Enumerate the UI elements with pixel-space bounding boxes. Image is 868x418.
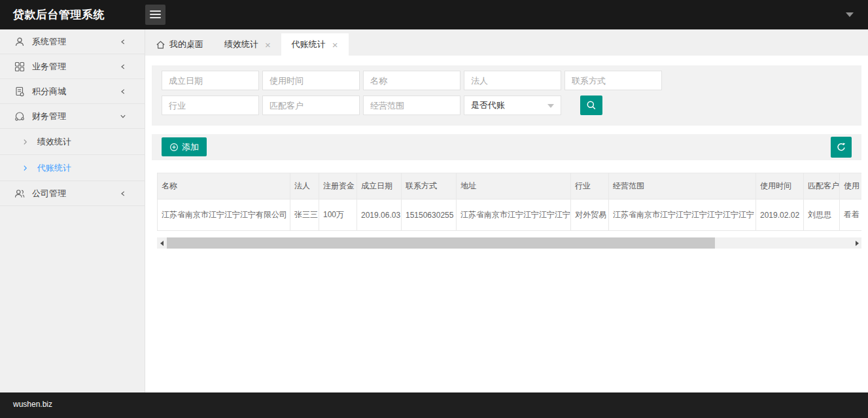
- add-button-label: 添加: [182, 141, 199, 153]
- col-legal-person: 法人: [290, 173, 319, 200]
- company-icon: [14, 188, 25, 199]
- data-table-wrapper: 名称 法人 注册资金 成立日期 联系方式 地址 行业 经营范围 使用时间 匹配客…: [157, 173, 861, 231]
- chevron-down-icon: [120, 113, 126, 120]
- refresh-icon: [836, 142, 846, 152]
- cell-name: 江苏省南京市江宁江宁江宁有限公司: [158, 200, 290, 231]
- app-title: 贷款后台管理系统: [13, 0, 105, 29]
- tab-label: 代账统计: [292, 39, 326, 50]
- use-time-input[interactable]: [262, 71, 360, 90]
- finance-icon: [14, 111, 25, 122]
- col-name: 名称: [158, 173, 290, 200]
- sidebar: 系统管理 业务管理 积分商城: [0, 29, 145, 392]
- col-matched-customer: 匹配客户: [804, 173, 840, 200]
- sidebar-item-label: 财务管理: [32, 111, 66, 122]
- grid-icon: [14, 61, 25, 72]
- sidebar-item-points-mall[interactable]: 积分商城: [0, 79, 145, 104]
- cell-usage-clipped: 看着: [840, 200, 862, 231]
- scrollbar-thumb[interactable]: [167, 237, 715, 249]
- main-content: 我的桌面 绩效统计 × 代账统计 ×: [145, 29, 868, 392]
- triangle-left-icon: [160, 241, 164, 246]
- search-button[interactable]: [580, 96, 602, 115]
- menu-icon: [150, 10, 161, 12]
- legal-person-input[interactable]: [464, 71, 561, 90]
- cell-industry: 对外贸易: [571, 200, 609, 231]
- topbar: 贷款后台管理系统: [0, 0, 868, 29]
- chevron-left-icon: [120, 39, 126, 45]
- col-industry: 行业: [571, 173, 609, 200]
- chevron-left-icon: [120, 190, 126, 197]
- sidebar-item-finance[interactable]: 财务管理: [0, 104, 145, 129]
- select-value: 是否代账: [471, 100, 505, 110]
- chevron-left-icon: [120, 63, 126, 70]
- footer-domain-text: wushen.biz: [13, 392, 52, 418]
- tab-my-desktop[interactable]: 我的桌面: [145, 33, 214, 56]
- arrow-right-icon: [23, 139, 28, 145]
- tabbar: 我的桌面 绩效统计 × 代账统计 ×: [145, 29, 868, 56]
- refresh-button[interactable]: [831, 137, 852, 158]
- close-icon[interactable]: ×: [265, 40, 271, 50]
- tab-bookkeeping-stats[interactable]: 代账统计 ×: [281, 33, 349, 56]
- chevron-left-icon: [120, 88, 126, 95]
- footer: wushen.biz: [0, 392, 868, 418]
- sidebar-subitem-performance-stats[interactable]: 绩效统计: [0, 129, 145, 155]
- table-row: 江苏省南京市江宁江宁江宁有限公司 张三三 100万 2019.06.03 151…: [158, 200, 862, 231]
- matched-customer-input[interactable]: [262, 96, 360, 115]
- triangle-right-icon: [856, 241, 859, 246]
- tab-label: 我的桌面: [169, 39, 203, 50]
- sidebar-item-system[interactable]: 系统管理: [0, 29, 145, 54]
- sidebar-subitem-label: 绩效统计: [37, 136, 71, 148]
- horizontal-scrollbar[interactable]: [157, 237, 861, 249]
- caret-down-icon: [547, 104, 554, 108]
- home-icon: [156, 40, 165, 50]
- add-button[interactable]: 添加: [162, 137, 207, 156]
- user-icon: [14, 37, 25, 47]
- name-input[interactable]: [363, 71, 460, 90]
- search-row-2: 是否代账: [162, 96, 861, 115]
- col-business-scope: 经营范围: [609, 173, 756, 200]
- is-bookkeeping-select[interactable]: 是否代账: [464, 96, 561, 115]
- sidebar-item-label: 系统管理: [32, 36, 66, 48]
- data-table: 名称 法人 注册资金 成立日期 联系方式 地址 行业 经营范围 使用时间 匹配客…: [157, 173, 861, 231]
- col-address: 地址: [457, 173, 571, 200]
- founded-date-input[interactable]: [162, 71, 259, 90]
- business-scope-input[interactable]: [363, 96, 460, 115]
- cell-founded-date: 2019.06.03: [357, 200, 402, 231]
- col-founded-date: 成立日期: [357, 173, 402, 200]
- points-mall-icon: [14, 86, 25, 97]
- cell-registered-capital: 100万: [319, 200, 357, 231]
- scroll-left-button[interactable]: [157, 237, 166, 249]
- sidebar-item-label: 积分商城: [32, 86, 66, 97]
- sidebar-item-label: 业务管理: [32, 61, 66, 73]
- magnifier-icon: [586, 100, 597, 111]
- col-registered-capital: 注册资金: [319, 173, 357, 200]
- scroll-right-button[interactable]: [852, 237, 861, 249]
- sidebar-item-company[interactable]: 公司管理: [0, 181, 145, 206]
- toolbar: 添加: [152, 134, 861, 160]
- cell-business-scope: 江苏省南京市江宁江宁江宁江宁江宁江宁: [609, 200, 756, 231]
- cell-address: 江苏省南京市江宁江宁江宁江宁: [457, 200, 571, 231]
- sidebar-item-label: 公司管理: [32, 188, 66, 200]
- sidebar-subitem-bookkeeping-stats[interactable]: 代账统计: [0, 155, 145, 181]
- col-use-time: 使用时间: [756, 173, 804, 200]
- cell-matched-customer: 刘思思: [804, 200, 840, 231]
- sidebar-subitem-label: 代账统计: [37, 162, 71, 174]
- col-usage-clipped: 使用: [840, 173, 862, 200]
- tab-label: 绩效统计: [224, 39, 258, 50]
- user-dropdown-caret-icon[interactable]: [846, 12, 854, 17]
- col-contact: 联系方式: [402, 173, 457, 200]
- circle-plus-icon: [169, 143, 179, 152]
- app-window: 贷款后台管理系统 系统管理 业务管理: [0, 0, 868, 418]
- cell-use-time: 2019.02.02: [756, 200, 804, 231]
- sidebar-item-business[interactable]: 业务管理: [0, 54, 145, 79]
- tab-performance-stats[interactable]: 绩效统计 ×: [214, 33, 281, 56]
- search-panel: 是否代账: [152, 65, 861, 126]
- industry-input[interactable]: [162, 96, 259, 115]
- close-icon[interactable]: ×: [332, 40, 338, 50]
- cell-legal-person: 张三三: [290, 200, 319, 231]
- search-row-1: [162, 71, 861, 90]
- table-header-row: 名称 法人 注册资金 成立日期 联系方式 地址 行业 经营范围 使用时间 匹配客…: [158, 173, 862, 200]
- arrow-right-icon: [23, 165, 28, 171]
- cell-contact: 15150630255: [402, 200, 457, 231]
- contact-input[interactable]: [564, 71, 662, 90]
- menu-toggle-button[interactable]: [145, 5, 165, 25]
